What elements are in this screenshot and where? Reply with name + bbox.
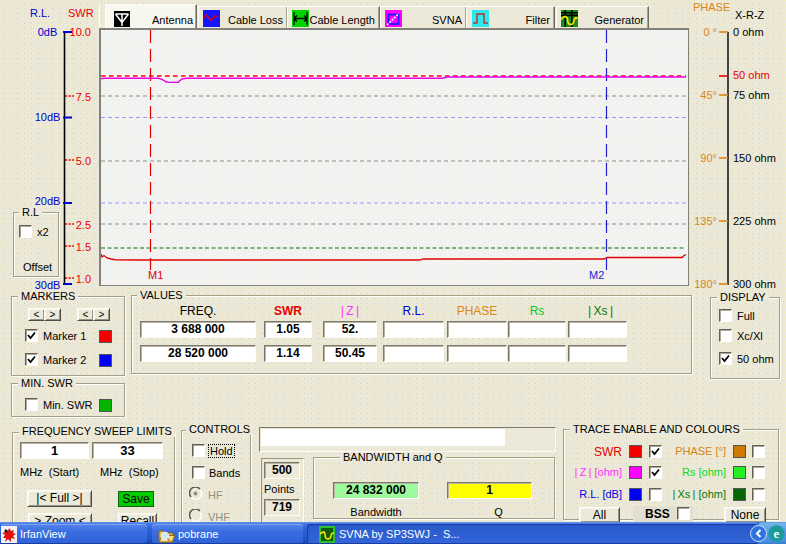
svg-text:M2: M2 <box>589 269 604 281</box>
svg-text:e: e <box>774 526 780 541</box>
svg-text:M1: M1 <box>148 269 163 281</box>
